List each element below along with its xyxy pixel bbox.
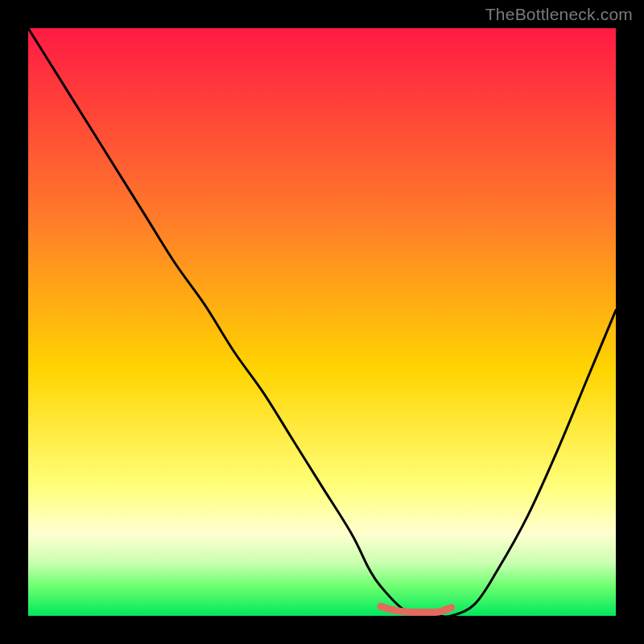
- optimal-segment: [381, 606, 452, 612]
- chart-frame: TheBottleneck.com: [0, 0, 644, 644]
- curve-layer: [28, 28, 616, 616]
- bottleneck-curve: [28, 28, 616, 616]
- watermark: TheBottleneck.com: [485, 5, 633, 24]
- plot-area: [28, 28, 616, 616]
